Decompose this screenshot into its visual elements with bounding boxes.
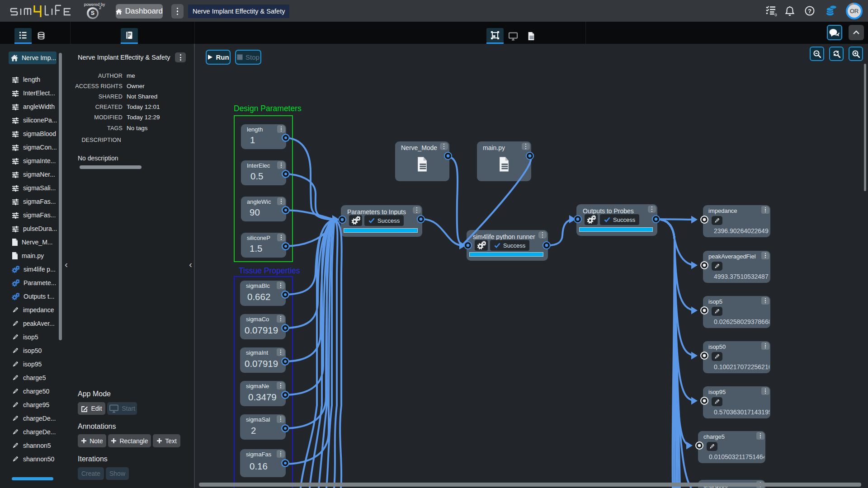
svg-text:?: ?	[808, 8, 811, 14]
svg-text:0: 0	[775, 13, 777, 17]
